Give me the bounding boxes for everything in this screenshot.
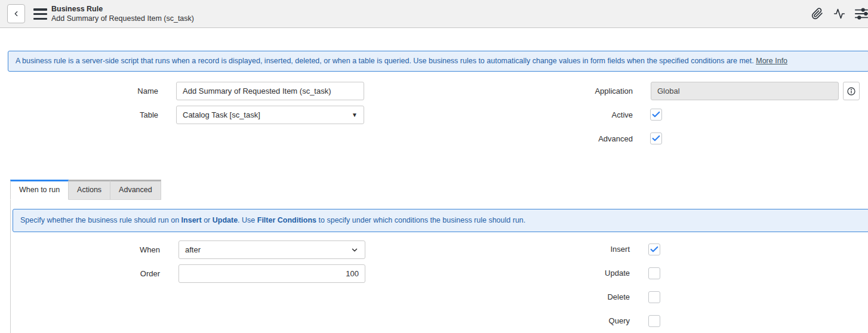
- order-input[interactable]: [178, 264, 365, 283]
- order-label: Order: [0, 264, 160, 283]
- tabstrip: When to run Actions Advanced: [10, 180, 161, 200]
- chevron-down-icon: [350, 246, 359, 254]
- form-header: Business Rule Add Summary of Requested I…: [0, 0, 868, 28]
- when-label: When: [0, 240, 160, 259]
- tab-advanced[interactable]: Advanced: [110, 180, 161, 200]
- active-label: Active: [513, 109, 633, 121]
- sliders-icon: [855, 7, 868, 20]
- business-rule-info-banner: A business rule is a server-side script …: [8, 51, 868, 72]
- advanced-checkbox[interactable]: [650, 132, 662, 144]
- dropdown-triangle-icon: ▼: [352, 112, 358, 118]
- query-checkbox[interactable]: [648, 315, 660, 327]
- checkmark-icon: [651, 134, 661, 143]
- banner2-bold-update: Update: [213, 216, 238, 224]
- tab-actions[interactable]: Actions: [69, 180, 110, 200]
- info-circle-icon: [847, 87, 856, 96]
- hamburger-icon[interactable]: [33, 8, 47, 20]
- name-input[interactable]: [176, 82, 364, 100]
- back-button[interactable]: [7, 4, 25, 23]
- personalize-form-button[interactable]: [855, 7, 868, 20]
- page-subtitle: Add Summary of Requested Item (sc_task): [51, 14, 194, 23]
- when-select[interactable]: after: [178, 240, 365, 259]
- checkmark-icon: [650, 245, 659, 254]
- active-checkbox[interactable]: [650, 109, 662, 121]
- chevron-left-icon: [12, 10, 20, 18]
- pulse-icon: [833, 8, 845, 20]
- checkmark-icon: [651, 110, 661, 119]
- update-checkbox[interactable]: [648, 267, 660, 279]
- delete-checkbox[interactable]: [648, 291, 660, 303]
- activity-stream-button[interactable]: [833, 7, 846, 20]
- attachment-button[interactable]: [811, 7, 824, 20]
- insert-checkbox[interactable]: [648, 243, 660, 255]
- update-label: Update: [510, 267, 630, 279]
- banner2-text: Specify whether the business rule should…: [20, 216, 181, 224]
- tab-when-to-run[interactable]: When to run: [10, 180, 69, 200]
- table-select[interactable]: Catalog Task [sc_task] ▼: [176, 106, 364, 124]
- application-info-button[interactable]: [843, 82, 860, 100]
- query-label: Query: [510, 315, 630, 327]
- advanced-label: Advanced: [513, 133, 633, 145]
- application-input: [651, 82, 839, 100]
- header-titles: Business Rule Add Summary of Requested I…: [51, 4, 194, 23]
- when-select-value: after: [185, 245, 201, 254]
- banner2-bold-filter-conditions: Filter Conditions: [257, 216, 316, 224]
- page-title: Business Rule: [51, 4, 194, 14]
- when-to-run-info-banner: Specify whether the business rule should…: [13, 209, 868, 232]
- application-label: Application: [513, 82, 633, 100]
- info-banner-text: A business rule is a server-side script …: [16, 57, 754, 65]
- table-select-value: Catalog Task [sc_task]: [183, 110, 260, 119]
- insert-label: Insert: [510, 243, 630, 255]
- more-info-link[interactable]: More Info: [756, 57, 787, 65]
- name-label: Name: [0, 82, 158, 100]
- delete-label: Delete: [510, 291, 630, 303]
- paperclip-icon: [811, 8, 823, 20]
- banner2-bold-insert: Insert: [181, 216, 202, 224]
- table-label: Table: [0, 106, 158, 124]
